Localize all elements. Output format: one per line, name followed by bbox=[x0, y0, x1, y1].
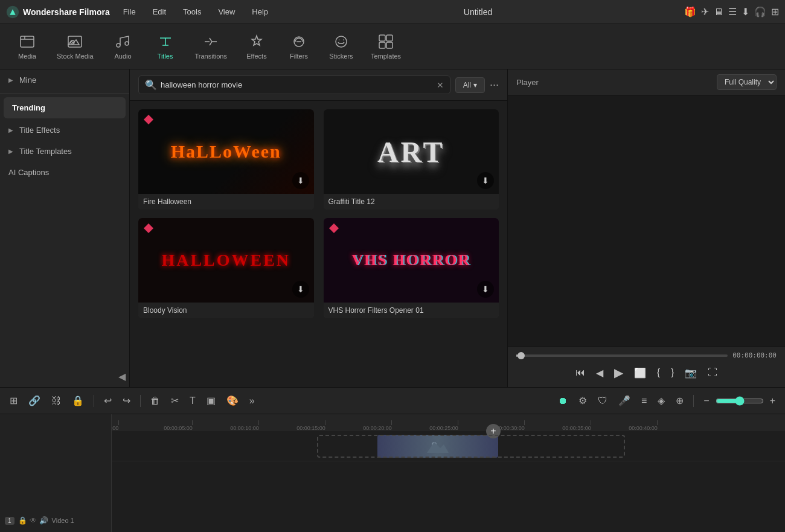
mine-chevron-icon: ▶ bbox=[8, 77, 13, 83]
track-label-video1: 1 🔒 👁 🔊 Video 1 bbox=[0, 514, 111, 527]
download-btn-vhs[interactable]: ⬇ bbox=[477, 281, 494, 298]
crop-tl-button[interactable]: ▣ bbox=[203, 393, 219, 409]
toolbar-templates[interactable]: Templates bbox=[362, 30, 409, 63]
drop-zone bbox=[317, 435, 625, 458]
delete-button[interactable]: 🗑 bbox=[147, 393, 164, 409]
search-input[interactable] bbox=[161, 80, 433, 89]
play-button[interactable]: ▶ bbox=[612, 363, 626, 382]
toolbar-transitions[interactable]: Transitions bbox=[187, 30, 236, 63]
menu-file[interactable]: File bbox=[120, 5, 139, 19]
sidebar-item-title-effects[interactable]: ▶ Title Effects bbox=[0, 120, 129, 141]
motion-button[interactable]: ⚙ bbox=[575, 393, 591, 409]
menu-view[interactable]: View bbox=[214, 5, 239, 19]
progress-knob[interactable] bbox=[517, 352, 525, 359]
toolbar-audio[interactable]: Audio bbox=[102, 30, 144, 63]
lock-button[interactable]: 🔒 bbox=[68, 393, 88, 409]
text-button[interactable]: T bbox=[186, 393, 199, 409]
ruler-mark-4: 00:00:20:00 bbox=[377, 420, 406, 431]
player-quality-select[interactable]: Full Quality 1/2 Quality 1/4 Quality bbox=[717, 74, 777, 90]
fullscreen-button[interactable]: ⛶ bbox=[705, 365, 720, 380]
progress-bar[interactable] bbox=[516, 354, 728, 357]
download-btn-bloody[interactable]: ⬇ bbox=[292, 281, 309, 298]
unlink-button[interactable]: ⛓ bbox=[48, 393, 65, 409]
cut-button[interactable]: ✂ bbox=[167, 393, 182, 409]
bracket-close-button[interactable]: } bbox=[668, 365, 676, 380]
link-button[interactable]: 🔗 bbox=[25, 393, 44, 409]
toolbar-titles[interactable]: Titles bbox=[144, 30, 187, 63]
sidebar-item-title-templates[interactable]: ▶ Title Templates bbox=[0, 141, 129, 162]
send-icon[interactable]: ✈ bbox=[701, 6, 709, 18]
prev-frame-button[interactable]: ⏮ bbox=[573, 365, 588, 380]
zoom-out-button[interactable]: − bbox=[700, 393, 713, 409]
grid-item-bloody-vision[interactable]: HALLOWEEN ⬇ Bloody Vision bbox=[138, 218, 314, 318]
ruler-mark-6: 00:00:30:00 bbox=[510, 420, 539, 431]
grid-item-fire-halloween[interactable]: HaLLoWeen ⬇ Fire Halloween bbox=[138, 109, 314, 210]
insert-button[interactable]: ⊕ bbox=[672, 393, 687, 409]
bracket-open-button[interactable]: { bbox=[655, 365, 662, 380]
window-title: Untitled bbox=[281, 7, 674, 17]
track-label-text: Video 1 bbox=[52, 517, 74, 524]
ruler-mark-7: 00:00:35:00 bbox=[577, 420, 606, 431]
more-options-button[interactable]: ··· bbox=[490, 79, 499, 91]
monitor-icon[interactable]: 🖥 bbox=[714, 7, 723, 18]
timeline-track-labels: 1 🔒 👁 🔊 Video 1 bbox=[0, 414, 112, 532]
sidebar-item-mine[interactable]: ▶ Mine bbox=[0, 69, 129, 91]
toolbar-media[interactable]: Media bbox=[6, 30, 48, 63]
layout-icon[interactable]: ☰ bbox=[728, 6, 737, 18]
timeline-ruler-scroll[interactable]: 00:00 00:00:05:00 00:00:10:00 00:00:15:0… bbox=[112, 414, 785, 532]
toolbar-media-label: Media bbox=[18, 53, 36, 60]
grid-item-graffiti[interactable]: ART ⬇ Graffiti Title 12 bbox=[324, 109, 499, 210]
content-grid: HaLLoWeen ⬇ Fire Halloween ART ⬇ Graffit… bbox=[130, 101, 507, 387]
redo-button[interactable]: ↪ bbox=[119, 393, 134, 409]
grid-icon[interactable]: ⊞ bbox=[771, 6, 779, 18]
record-button[interactable]: ⏺ bbox=[554, 393, 571, 409]
track-visible-icon[interactable]: 👁 bbox=[30, 516, 37, 525]
filter-dropdown[interactable]: All ▾ bbox=[455, 77, 485, 93]
timeline-ruler: 00:00 00:00:05:00 00:00:10:00 00:00:15:0… bbox=[112, 414, 785, 431]
thumb-fire-halloween: HaLLoWeen ⬇ bbox=[138, 109, 314, 194]
audio-tl-button[interactable]: 🎤 bbox=[615, 393, 634, 409]
menu-edit[interactable]: Edit bbox=[149, 5, 170, 19]
more-tl-button[interactable]: » bbox=[246, 393, 258, 409]
player-top-bar: Player Full Quality 1/2 Quality 1/4 Qual… bbox=[508, 69, 785, 95]
crop-button[interactable]: ⬜ bbox=[632, 365, 649, 381]
toolbar-stickers[interactable]: Stickers bbox=[320, 30, 362, 63]
grid-label-vhs-horror: VHS Horror Filters Opener 01 bbox=[324, 303, 499, 318]
undo-button[interactable]: ↩ bbox=[100, 393, 115, 409]
zoom-in-button[interactable]: + bbox=[766, 393, 779, 409]
sidebar-item-trending[interactable]: Trending bbox=[4, 97, 126, 118]
download-btn-fire[interactable]: ⬇ bbox=[292, 172, 309, 189]
thumb-vhs-horror: VHS HORROR ⬇ bbox=[324, 218, 499, 303]
app-name: Wondershare Filmora bbox=[23, 7, 110, 17]
menu-tools[interactable]: Tools bbox=[179, 5, 205, 19]
collapse-panel-icon[interactable]: ◀ bbox=[118, 371, 126, 382]
menu-bar: Wondershare Filmora File Edit Tools View… bbox=[0, 0, 785, 24]
svg-marker-14 bbox=[329, 223, 339, 233]
ai-tl-button[interactable]: ◈ bbox=[654, 393, 668, 409]
sidebar-item-ai-captions[interactable]: AI Captions bbox=[0, 162, 129, 183]
toolbar-effects[interactable]: Effects bbox=[236, 30, 278, 63]
toolbar-filters[interactable]: Filters bbox=[278, 30, 320, 63]
player-panel: Player Full Quality 1/2 Quality 1/4 Qual… bbox=[507, 69, 785, 387]
grid-item-vhs-horror[interactable]: VHS HORROR ⬇ VHS Horror Filters Opener 0… bbox=[324, 218, 499, 318]
toolbar-stock-media[interactable]: Stock Media bbox=[48, 30, 102, 63]
track-audio-icon[interactable]: 🔊 bbox=[39, 516, 48, 525]
color-button[interactable]: 🎨 bbox=[223, 393, 242, 409]
play-backward-button[interactable]: ◀ bbox=[594, 365, 606, 381]
speed-button[interactable]: ≡ bbox=[638, 393, 650, 409]
download-icon[interactable]: ⬇ bbox=[742, 6, 749, 18]
add-media-button[interactable]: ⊞ bbox=[6, 393, 21, 409]
svg-point-5 bbox=[125, 42, 129, 45]
timeline-area: ⊞ 🔗 ⛓ 🔒 ↩ ↪ 🗑 ✂ T ▣ 🎨 » ⏺ ⚙ 🛡 🎤 ≡ ◈ ⊕ − … bbox=[0, 387, 785, 532]
search-clear-icon[interactable]: ✕ bbox=[437, 80, 444, 90]
mask-button[interactable]: 🛡 bbox=[594, 393, 611, 409]
gift-icon[interactable]: 🎁 bbox=[684, 6, 696, 18]
track-row-video1: + bbox=[112, 431, 785, 461]
controls-row: ⏮ ◀ ▶ ⬜ { } 📷 ⛶ bbox=[516, 363, 777, 382]
track-lock-icon[interactable]: 🔒 bbox=[18, 516, 27, 525]
menu-help[interactable]: Help bbox=[248, 5, 272, 19]
zoom-slider[interactable] bbox=[716, 396, 764, 406]
snapshot-button[interactable]: 📷 bbox=[682, 365, 699, 381]
download-btn-graffiti[interactable]: ⬇ bbox=[477, 172, 494, 189]
headphone-icon[interactable]: 🎧 bbox=[754, 6, 766, 18]
